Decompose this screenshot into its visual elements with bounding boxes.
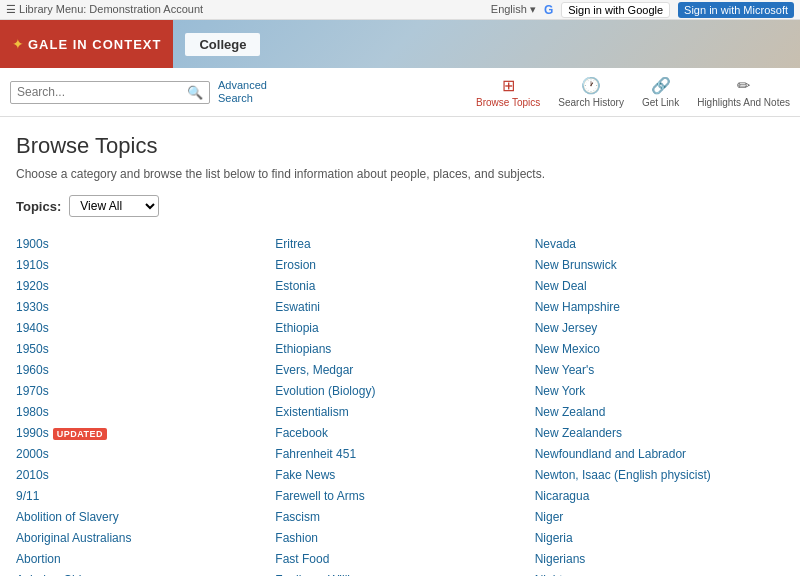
list-item: 1910s [16, 254, 265, 275]
topic-link[interactable]: 2010s [16, 468, 49, 482]
search-submit-button[interactable]: 🔍 [187, 85, 203, 100]
brand-text: GALE IN CONTEXT [28, 37, 161, 52]
search-history-nav[interactable]: 🕐 Search History [558, 76, 624, 108]
topic-link[interactable]: Evers, Medgar [275, 363, 353, 377]
topic-link[interactable]: Facebook [275, 426, 328, 440]
topic-link[interactable]: Abolition of Slavery [16, 510, 119, 524]
topic-link[interactable]: 1980s [16, 405, 49, 419]
topic-link[interactable]: Existentialism [275, 405, 348, 419]
topic-link[interactable]: 1900s [16, 237, 49, 251]
list-item: 1920s [16, 275, 265, 296]
topic-link[interactable]: 1960s [16, 363, 49, 377]
advanced-search-link[interactable]: AdvancedSearch [218, 79, 267, 105]
topic-link[interactable]: Ethiopians [275, 342, 331, 356]
library-menu[interactable]: ☰ Library Menu: Demonstration Account [6, 3, 203, 16]
topic-link[interactable]: New Brunswick [535, 258, 617, 272]
topic-link[interactable]: Nigeria [535, 531, 573, 545]
highlights-notes-nav[interactable]: ✏ Highlights And Notes [697, 76, 790, 108]
topic-link[interactable]: Fake News [275, 468, 335, 482]
search-box[interactable]: 🔍 [10, 81, 210, 104]
list-item: 1900s [16, 233, 265, 254]
list-item: New Zealanders [535, 422, 784, 443]
topic-link[interactable]: 1950s [16, 342, 49, 356]
list-item: Farewell to Arms [275, 485, 524, 506]
topic-link[interactable]: 2000s [16, 447, 49, 461]
topic-link[interactable]: 1970s [16, 384, 49, 398]
topic-link[interactable]: New Jersey [535, 321, 598, 335]
topic-link[interactable]: 1910s [16, 258, 49, 272]
topic-link[interactable]: 9/11 [16, 489, 39, 503]
list-item: Nicaragua [535, 485, 784, 506]
list-item: New Brunswick [535, 254, 784, 275]
updated-badge: UPDATED [53, 428, 107, 440]
list-item: 1980s [16, 401, 265, 422]
list-item: New Zealand [535, 401, 784, 422]
list-item: New Hampshire [535, 296, 784, 317]
nav-icons: ⊞ Browse Topics 🕐 Search History 🔗 Get L… [476, 76, 790, 108]
sign-in-microsoft-button[interactable]: Sign in with Microsoft [678, 2, 794, 18]
list-item: Night [535, 569, 784, 576]
search-history-icon: 🕐 [581, 76, 601, 95]
list-item: Newfoundland and Labrador [535, 443, 784, 464]
topic-link[interactable]: Fahrenheit 451 [275, 447, 356, 461]
topic-link[interactable]: 1990s [16, 426, 49, 440]
list-item: Nigerians [535, 548, 784, 569]
topic-link[interactable]: Abortion [16, 552, 61, 566]
highlights-notes-icon: ✏ [737, 76, 750, 95]
page-description: Choose a category and browse the list be… [16, 167, 784, 181]
topic-link[interactable]: Fashion [275, 531, 318, 545]
topic-link[interactable]: Niger [535, 510, 564, 524]
list-item: Facebook [275, 422, 524, 443]
topics-filter: Topics: View All [16, 195, 784, 217]
topic-link[interactable]: New Zealand [535, 405, 606, 419]
topic-link[interactable]: New Zealanders [535, 426, 622, 440]
topic-link[interactable]: Eritrea [275, 237, 310, 251]
list-item: Fashion [275, 527, 524, 548]
list-item: 9/11 [16, 485, 265, 506]
list-item: Ethiopians [275, 338, 524, 359]
topic-link[interactable]: New York [535, 384, 586, 398]
topic-link[interactable]: New Deal [535, 279, 587, 293]
brand-star-icon: ✦ [12, 36, 24, 52]
list-item: 2000s [16, 443, 265, 464]
google-icon: G [544, 3, 553, 17]
topic-link[interactable]: Newton, Isaac (English physicist) [535, 468, 711, 482]
list-item: Nevada [535, 233, 784, 254]
topic-link[interactable]: New Mexico [535, 342, 600, 356]
header: ✦ GALE IN CONTEXT College [0, 20, 800, 68]
topic-link[interactable]: Newfoundland and Labrador [535, 447, 686, 461]
list-item: Eritrea [275, 233, 524, 254]
list-item: Eswatini [275, 296, 524, 317]
topic-link[interactable]: Fascism [275, 510, 320, 524]
topic-link[interactable]: Eswatini [275, 300, 320, 314]
topic-link[interactable]: 1920s [16, 279, 49, 293]
get-link-nav[interactable]: 🔗 Get Link [642, 76, 679, 108]
topic-link[interactable]: Aboriginal Australians [16, 531, 131, 545]
topics-select[interactable]: View All [69, 195, 159, 217]
page-title: Browse Topics [16, 133, 784, 159]
language-selector[interactable]: English ▾ [491, 3, 536, 16]
topic-link[interactable]: Nevada [535, 237, 576, 251]
list-item: Erosion [275, 254, 524, 275]
topic-link[interactable]: Fast Food [275, 552, 329, 566]
topic-link[interactable]: 1940s [16, 321, 49, 335]
list-item: Evolution (Biology) [275, 380, 524, 401]
topic-link[interactable]: Farewell to Arms [275, 489, 364, 503]
topic-link[interactable]: Erosion [275, 258, 316, 272]
list-item: Abolition of Slavery [16, 506, 265, 527]
topic-link[interactable]: Estonia [275, 279, 315, 293]
topic-link[interactable]: Nigerians [535, 552, 586, 566]
sign-in-google-button[interactable]: Sign in with Google [561, 2, 670, 18]
list-item: 1950s [16, 338, 265, 359]
college-badge: College [185, 33, 260, 56]
list-item: Fahrenheit 451 [275, 443, 524, 464]
browse-topics-nav[interactable]: ⊞ Browse Topics [476, 76, 540, 108]
topic-link[interactable]: New Hampshire [535, 300, 620, 314]
topic-link[interactable]: Nicaragua [535, 489, 590, 503]
topic-link[interactable]: 1930s [16, 300, 49, 314]
topic-link[interactable]: Ethiopia [275, 321, 318, 335]
list-item: 1970s [16, 380, 265, 401]
topic-link[interactable]: New Year's [535, 363, 595, 377]
topic-link[interactable]: Evolution (Biology) [275, 384, 375, 398]
search-input[interactable] [17, 85, 187, 99]
